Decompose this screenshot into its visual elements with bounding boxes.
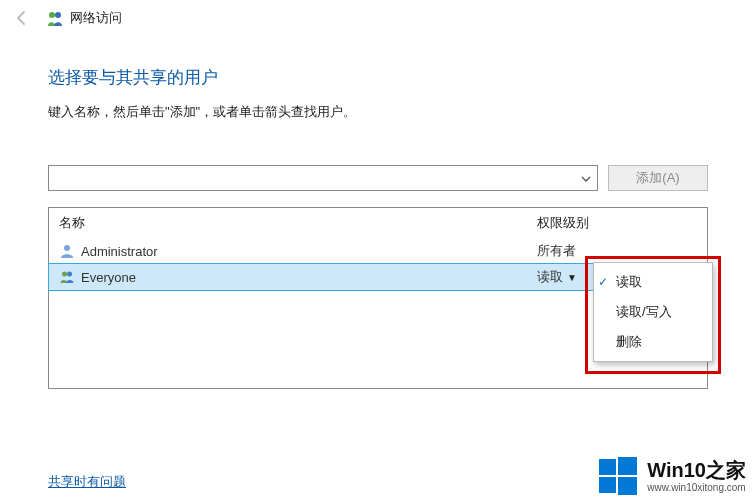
add-button: 添加(A) <box>608 165 708 191</box>
dialog-header: 网络访问 <box>0 0 756 34</box>
menu-item-label: 读取/写入 <box>616 303 672 321</box>
svg-point-2 <box>64 245 70 251</box>
check-icon: ✓ <box>598 275 608 289</box>
windows-logo-icon <box>597 455 639 497</box>
group-icon <box>59 269 75 285</box>
back-icon[interactable] <box>12 8 32 28</box>
menu-item-read[interactable]: ✓ 读取 <box>594 267 712 297</box>
svg-point-1 <box>55 12 61 18</box>
user-name: Everyone <box>81 270 136 285</box>
help-link[interactable]: 共享时有问题 <box>48 473 126 491</box>
user-icon <box>59 243 75 259</box>
watermark-url: www.win10xitong.com <box>647 482 746 493</box>
dialog-title: 网络访问 <box>70 9 122 27</box>
watermark-title: Win10之家 <box>647 460 746 480</box>
page-heading: 选择要与其共享的用户 <box>48 66 708 89</box>
list-row[interactable]: Administrator 所有者 <box>49 238 707 264</box>
user-list: 名称 权限级别 Administrator 所有者 Everyone <box>48 207 708 389</box>
permission-menu: ✓ 读取 读取/写入 删除 <box>593 262 713 362</box>
caret-down-icon[interactable]: ▼ <box>567 272 577 283</box>
menu-item-readwrite[interactable]: 读取/写入 <box>594 297 712 327</box>
list-header: 名称 权限级别 <box>49 208 707 238</box>
svg-rect-6 <box>618 457 637 475</box>
svg-point-4 <box>67 272 72 277</box>
page-subtext: 键入名称，然后单击"添加"，或者单击箭头查找用户。 <box>48 103 708 121</box>
svg-rect-8 <box>618 477 637 495</box>
permission-value: 读取 <box>537 268 563 286</box>
permission-value: 所有者 <box>537 242 576 260</box>
chevron-down-icon <box>581 172 591 184</box>
network-share-icon <box>46 9 64 27</box>
menu-item-label: 读取 <box>616 273 642 291</box>
column-permission[interactable]: 权限级别 <box>537 214 697 232</box>
column-name[interactable]: 名称 <box>59 214 537 232</box>
watermark: Win10之家 www.win10xitong.com <box>597 455 746 497</box>
svg-rect-5 <box>599 459 616 475</box>
svg-point-3 <box>62 272 67 277</box>
menu-item-label: 删除 <box>616 333 642 351</box>
menu-item-delete[interactable]: 删除 <box>594 327 712 357</box>
svg-rect-7 <box>599 477 616 493</box>
user-name: Administrator <box>81 244 158 259</box>
svg-point-0 <box>49 12 55 18</box>
user-combobox[interactable] <box>48 165 598 191</box>
